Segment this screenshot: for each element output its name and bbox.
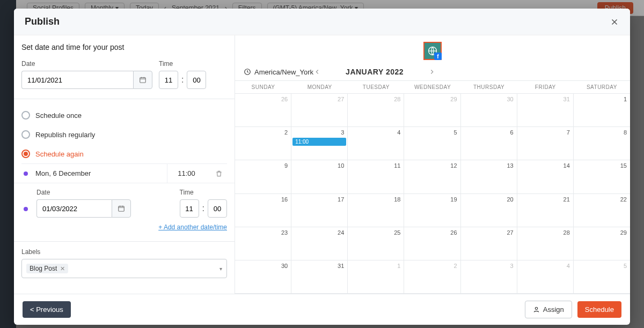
time-label: Time <box>159 60 206 68</box>
day-number: 6 <box>510 129 514 136</box>
trash-icon[interactable] <box>215 170 223 177</box>
calendar-day[interactable]: 30 <box>461 94 517 126</box>
calendar-day[interactable]: 7 <box>517 127 574 160</box>
calendar-day[interactable]: 28 <box>348 94 404 126</box>
month-label: JANUARY 2022 <box>332 68 418 76</box>
option-schedule-again[interactable]: Schedule again <box>21 144 227 163</box>
panel-heading: Set date and time for your post <box>21 43 227 51</box>
calendar-day[interactable]: 19 <box>404 194 460 227</box>
calendar-day[interactable]: 6 <box>461 127 517 160</box>
day-number: 18 <box>394 196 400 203</box>
calendar-day[interactable]: 311:00 <box>291 127 348 160</box>
calendar-day[interactable]: 21 <box>517 194 574 227</box>
calendar-day[interactable]: 2 <box>235 127 291 160</box>
svg-rect-1 <box>119 206 125 211</box>
day-number: 29 <box>450 96 457 102</box>
calendar-day[interactable]: 8 <box>574 127 630 160</box>
day-number: 27 <box>338 96 344 102</box>
calendar-day[interactable]: 13 <box>461 160 517 193</box>
publish-modal: Publish Set date and time for your post … <box>14 9 630 325</box>
modal-footer: < Previous Assign Schedule <box>14 294 630 325</box>
calendar-day[interactable]: 31 <box>291 260 348 293</box>
calendar-day[interactable]: 15 <box>574 160 630 193</box>
calendar-day[interactable]: 4 <box>517 260 574 293</box>
calendar-day[interactable]: 29 <box>404 94 460 126</box>
day-number: 5 <box>624 263 627 269</box>
new-minute-input[interactable] <box>208 199 227 218</box>
dow-header: MONDAY <box>291 81 348 94</box>
calendar-day[interactable]: 27 <box>291 94 348 126</box>
calendar-event[interactable]: 11:00 <box>292 138 346 146</box>
previous-button[interactable]: < Previous <box>23 301 71 318</box>
assign-button[interactable]: Assign <box>525 301 572 318</box>
schedule-button[interactable]: Schedule <box>577 301 621 318</box>
calendar-day[interactable]: 25 <box>348 227 404 260</box>
calendar-day[interactable]: 16 <box>235 194 291 227</box>
calendar-day[interactable]: 10 <box>291 160 348 193</box>
calendar-day[interactable]: 23 <box>235 227 291 260</box>
calendar-day[interactable]: 31 <box>517 94 574 126</box>
calendar-day[interactable]: 11 <box>348 160 404 193</box>
calendar-day[interactable]: 28 <box>517 227 574 260</box>
prev-month-icon[interactable] <box>313 68 321 76</box>
labels-label: Labels <box>21 248 227 256</box>
calendar-day[interactable]: 20 <box>461 194 517 227</box>
day-number: 10 <box>338 162 344 169</box>
calendar-day[interactable]: 9 <box>235 160 291 193</box>
new-date-picker-button[interactable] <box>112 199 131 218</box>
day-number: 28 <box>394 96 400 102</box>
calendar-day[interactable]: 12 <box>404 160 460 193</box>
calendar-day[interactable]: 14 <box>517 160 574 193</box>
new-hour-input[interactable] <box>180 199 199 218</box>
new-schedule-row: Date Time : <box>21 183 227 218</box>
close-icon[interactable] <box>610 17 619 27</box>
day-number: 30 <box>281 263 288 269</box>
calendar-day[interactable]: 30 <box>235 260 291 293</box>
day-number: 28 <box>564 229 570 236</box>
date-picker-button[interactable] <box>133 71 152 89</box>
option-republish-regularly[interactable]: Republish regularly <box>21 125 227 144</box>
label-tag[interactable]: Blog Post ✕ <box>26 264 68 273</box>
chevron-down-icon: ▾ <box>219 266 222 272</box>
calendar-day[interactable]: 5 <box>574 260 630 293</box>
calendar-day[interactable]: 18 <box>348 194 404 227</box>
calendar-day[interactable]: 1 <box>574 94 630 126</box>
labels-picker[interactable]: Blog Post ✕ ▾ <box>21 259 227 278</box>
date-input[interactable] <box>21 71 133 89</box>
next-month-icon[interactable] <box>428 68 436 76</box>
day-number: 12 <box>450 162 457 169</box>
day-number: 3 <box>341 129 344 136</box>
add-another-link[interactable]: + Add another date/time <box>158 223 227 231</box>
profile-avatar[interactable]: f <box>423 42 442 60</box>
calendar-day[interactable]: 3 <box>461 260 517 293</box>
calendar-day[interactable]: 26 <box>235 94 291 126</box>
day-number: 16 <box>281 196 288 203</box>
calendar-day[interactable]: 27 <box>461 227 517 260</box>
dow-header: TUESDAY <box>348 81 404 94</box>
svg-rect-0 <box>140 78 146 83</box>
calendar-day[interactable]: 2 <box>404 260 460 293</box>
calendar-day[interactable]: 26 <box>404 227 460 260</box>
hour-input[interactable] <box>159 71 178 89</box>
calendar-day[interactable]: 5 <box>404 127 460 160</box>
calendar-day[interactable]: 29 <box>574 227 630 260</box>
day-number: 20 <box>507 196 513 203</box>
modal-overlay: Publish Set date and time for your post … <box>0 0 644 328</box>
new-date-label: Date <box>36 189 131 196</box>
new-date-input[interactable] <box>36 199 112 218</box>
calendar-day[interactable]: 22 <box>574 194 630 227</box>
clock-icon <box>244 68 251 76</box>
remove-tag-icon[interactable]: ✕ <box>60 265 65 272</box>
option-schedule-once[interactable]: Schedule once <box>21 106 227 125</box>
calendar-day[interactable]: 24 <box>291 227 348 260</box>
day-number: 8 <box>624 129 627 136</box>
radio-selected-icon <box>21 150 30 158</box>
minute-input[interactable] <box>187 71 206 89</box>
calendar-day[interactable]: 17 <box>291 194 348 227</box>
day-number: 24 <box>338 229 344 236</box>
time-colon: : <box>202 204 204 213</box>
svg-point-4 <box>535 307 537 309</box>
calendar-day[interactable]: 1 <box>348 260 404 293</box>
day-number: 4 <box>397 129 400 136</box>
calendar-day[interactable]: 4 <box>348 127 404 160</box>
